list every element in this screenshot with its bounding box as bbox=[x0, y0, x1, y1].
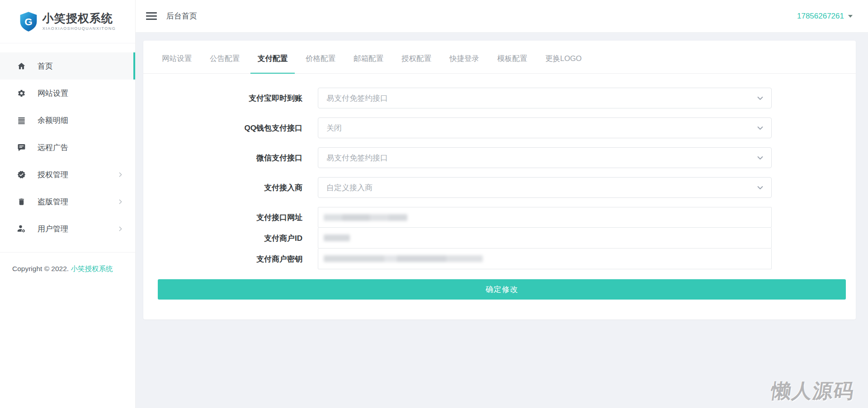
sidebar-copyright: Copyright © 2022. 小笑授权系统 bbox=[0, 252, 135, 275]
sidebar-item-label: 授权管理 bbox=[38, 169, 68, 180]
tab-site-settings[interactable]: 网站设置 bbox=[155, 41, 199, 73]
account-dropdown[interactable]: 17856267261 bbox=[797, 12, 853, 21]
topbar: 后台首页 17856267261 bbox=[136, 0, 868, 33]
sidebar-item-label: 盗版管理 bbox=[38, 197, 68, 207]
chevron-down-icon bbox=[756, 184, 764, 192]
watermark-text: 懒人源码 bbox=[769, 378, 856, 404]
sidebar-menu: 首页 网站设置 余额明细 远程广告 bbox=[0, 43, 135, 242]
tab-auth-config[interactable]: 授权配置 bbox=[394, 41, 439, 73]
alipay-interface-select[interactable]: 易支付免签约接口 bbox=[318, 88, 772, 108]
sidebar-item-label: 首页 bbox=[38, 61, 53, 71]
tab-payment-config[interactable]: 支付配置 bbox=[250, 41, 295, 73]
tab-template-config[interactable]: 模板配置 bbox=[490, 41, 534, 73]
form-row: 支付宝即时到账 易支付免签约接口 bbox=[143, 88, 856, 108]
copyright-text: Copyright © 2022. bbox=[12, 265, 69, 272]
sidebar-item-piracy-management[interactable]: 盗版管理 bbox=[0, 188, 135, 215]
form-row: 支付商户ID bbox=[143, 228, 856, 249]
merchant-id-input[interactable] bbox=[318, 228, 772, 249]
list-icon bbox=[17, 116, 26, 125]
sidebar-item-label: 网站设置 bbox=[38, 88, 68, 98]
form-row: 支付接口网址 bbox=[143, 207, 856, 228]
sidebar: G 小笑授权系统 XIAOXIAOSHOUQUANXITONG 首页 网站设置 bbox=[0, 0, 136, 408]
sidebar-item-site-settings[interactable]: 网站设置 bbox=[0, 80, 135, 107]
select-value: 关闭 bbox=[326, 123, 342, 133]
badge-check-icon bbox=[17, 170, 26, 179]
redacted-value bbox=[324, 255, 483, 262]
qq-wallet-interface-select[interactable]: 关闭 bbox=[318, 117, 772, 138]
brand-text: 小笑授权系统 XIAOXIAOSHOUQUANXITONG bbox=[42, 12, 116, 31]
settings-tabs: 网站设置 公告配置 支付配置 价格配置 邮箱配置 授权配置 快捷登录 模板配置 … bbox=[143, 41, 856, 74]
chevron-right-icon bbox=[118, 172, 123, 178]
sidebar-item-balance[interactable]: 余额明细 bbox=[0, 107, 135, 134]
tab-quick-login[interactable]: 快捷登录 bbox=[442, 41, 486, 73]
sidebar-item-auth-management[interactable]: 授权管理 bbox=[0, 161, 135, 188]
chevron-right-icon bbox=[118, 199, 123, 205]
wechat-interface-select[interactable]: 易支付免签约接口 bbox=[318, 147, 772, 168]
trash-icon bbox=[17, 197, 26, 206]
sidebar-item-home[interactable]: 首页 bbox=[0, 52, 135, 80]
shield-logo-icon: G bbox=[19, 11, 38, 32]
sidebar-item-label: 用户管理 bbox=[38, 224, 68, 234]
home-icon bbox=[17, 61, 26, 71]
chevron-down-icon bbox=[756, 124, 764, 132]
tab-announcement-config[interactable]: 公告配置 bbox=[203, 41, 247, 73]
tab-email-config[interactable]: 邮箱配置 bbox=[346, 41, 391, 73]
form-row: 支付商户密钥 bbox=[143, 249, 856, 269]
form-row: 支付接入商 自定义接入商 bbox=[143, 177, 856, 198]
hamburger-menu-icon[interactable] bbox=[146, 12, 157, 20]
field-label-gateway-url: 支付接口网址 bbox=[143, 212, 318, 223]
field-label-qq-wallet: QQ钱包支付接口 bbox=[143, 123, 318, 133]
app-window: G 小笑授权系统 XIAOXIAOSHOUQUANXITONG 首页 网站设置 bbox=[0, 0, 868, 408]
merchant-key-input[interactable] bbox=[318, 249, 772, 269]
field-label-alipay: 支付宝即时到账 bbox=[143, 93, 318, 103]
copyright-brand-link[interactable]: 小笑授权系统 bbox=[71, 265, 113, 272]
payment-provider-select[interactable]: 自定义接入商 bbox=[318, 177, 772, 198]
tab-change-logo[interactable]: 更换LOGO bbox=[538, 41, 589, 73]
chevron-right-icon bbox=[118, 226, 123, 232]
chevron-down-icon bbox=[756, 94, 764, 102]
form-row: 微信支付接口 易支付免签约接口 bbox=[143, 147, 856, 168]
content-area: 网站设置 公告配置 支付配置 价格配置 邮箱配置 授权配置 快捷登录 模板配置 … bbox=[136, 33, 868, 408]
sidebar-item-user-management[interactable]: 用户管理 bbox=[0, 215, 135, 242]
field-label-payment-provider: 支付接入商 bbox=[143, 183, 318, 193]
settings-card: 网站设置 公告配置 支付配置 价格配置 邮箱配置 授权配置 快捷登录 模板配置 … bbox=[143, 41, 856, 319]
brand-logo[interactable]: G 小笑授权系统 XIAOXIAOSHOUQUANXITONG bbox=[0, 0, 135, 43]
tab-price-config[interactable]: 价格配置 bbox=[298, 41, 343, 73]
select-value: 自定义接入商 bbox=[326, 183, 373, 193]
confirm-submit-button[interactable]: 确定修改 bbox=[158, 279, 846, 300]
gateway-url-input[interactable] bbox=[318, 207, 772, 228]
gear-icon bbox=[17, 89, 26, 98]
redacted-value bbox=[324, 234, 350, 241]
select-value: 易支付免签约接口 bbox=[326, 93, 388, 103]
brand-name: 小笑授权系统 bbox=[42, 12, 116, 25]
field-label-wechat: 微信支付接口 bbox=[143, 153, 318, 163]
form-row: QQ钱包支付接口 关闭 bbox=[143, 117, 856, 138]
caret-down-icon bbox=[848, 15, 853, 18]
redacted-value bbox=[324, 214, 407, 221]
field-label-merchant-id: 支付商户ID bbox=[143, 233, 318, 244]
main-column: 后台首页 17856267261 网站设置 公告配置 支付配置 价格配置 邮箱配… bbox=[136, 0, 868, 408]
sidebar-item-remote-ads[interactable]: 远程广告 bbox=[0, 134, 135, 161]
svg-text:G: G bbox=[24, 16, 33, 27]
field-label-merchant-key: 支付商户密钥 bbox=[143, 254, 318, 264]
user-gear-icon bbox=[17, 224, 26, 234]
payment-config-form: 支付宝即时到账 易支付免签约接口 QQ钱包支付接口 关闭 bbox=[143, 74, 856, 300]
page-title: 后台首页 bbox=[166, 11, 197, 21]
sidebar-item-label: 远程广告 bbox=[38, 142, 68, 153]
select-value: 易支付免签约接口 bbox=[326, 153, 388, 163]
sidebar-item-label: 余额明细 bbox=[38, 115, 68, 126]
account-number: 17856267261 bbox=[797, 12, 844, 21]
chevron-down-icon bbox=[756, 154, 764, 162]
comment-icon bbox=[17, 143, 26, 152]
brand-subtitle: XIAOXIAOSHOUQUANXITONG bbox=[42, 26, 116, 31]
